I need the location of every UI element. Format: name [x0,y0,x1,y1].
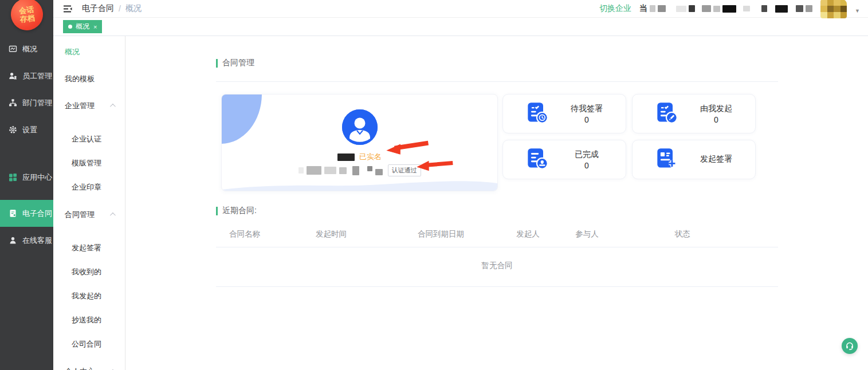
stat-value: 0 [584,115,589,124]
section-divider [216,81,778,82]
sidebar-item-overview[interactable]: 概况 [0,36,53,62]
menu-item-initiate-sign[interactable]: 发起签署 [53,236,125,260]
menu-item-label: 我发起的 [72,291,101,301]
menu-group-personal-center[interactable]: 个人中心 [53,358,125,370]
menu-item-company-contracts[interactable]: 公司合同 [53,332,125,356]
certified-badge: 认证通过 [388,164,421,176]
contract-doc-icon [8,209,17,218]
switch-enterprise-link[interactable]: 切换企业 [599,3,631,14]
section-title-recent-contracts: 近期合同: [216,206,778,216]
doc-edit-icon [655,101,678,127]
section-title-text: 合同管理 [222,58,254,68]
menu-item-label: 抄送我的 [72,315,101,325]
tab-close-icon[interactable]: × [93,23,97,30]
departments-icon [8,99,17,108]
stat-card-completed[interactable]: 已完成 0 [502,140,626,179]
employees-icon [8,72,17,81]
redacted-block [796,5,803,12]
redacted-block [339,167,347,174]
redacted-block [689,5,695,12]
column-header: 发起时间 [272,229,390,239]
user-avatar[interactable] [820,0,847,18]
user-menu-caret-icon[interactable]: ▼ [855,8,860,14]
menu-item-label: 企业认证 [72,134,101,144]
decorative-blue-blob [221,94,262,144]
main-content: 合同管理 [125,36,868,370]
sidebar-item-app-center[interactable]: 应用中心 [0,164,53,191]
section-title-contract-mgmt: 合同管理 [216,58,778,68]
secondary-sidebar: 概况 我的模板 企业管理 企业认证 模版管理 企业印章 合同管理 发起签署 我收… [53,36,125,370]
menu-group-contract-mgmt[interactable]: 合同管理 [53,201,125,228]
menu-item-label: 发起签署 [72,243,101,253]
current-enterprise: 当 [639,3,812,14]
sidebar-item-employees[interactable]: 员工管理 [0,62,53,89]
menu-item-template-mgmt[interactable]: 模版管理 [53,151,125,175]
stat-value: 0 [714,115,718,124]
menu-item-overview[interactable]: 概况 [53,38,125,65]
column-header: 合同名称 [216,229,272,239]
menu-item-my-templates[interactable]: 我的模板 [53,65,125,92]
stat-card-awaiting-my-signature[interactable]: 待我签署 0 [502,94,626,133]
sidebar-item-label: 电子合同 [22,208,52,219]
column-header: 参与人 [564,229,609,239]
menu-item-label: 合同管理 [65,210,95,220]
primary-nav: 概况 员工管理 部门管理 设置 [0,36,53,254]
redacted-block [650,5,655,12]
stat-label: 发起签署 [700,154,732,164]
logo-text-line2: 存档 [19,14,35,24]
redacted-block [676,6,686,12]
sidebar-item-label: 应用中心 [22,172,52,183]
headset-icon [845,341,854,351]
realname-badge: 已实名 [359,152,382,162]
support-person-icon [8,236,17,245]
sidebar-item-e-contract[interactable]: 电子合同 [0,200,53,227]
overview-chart-icon [8,45,17,54]
menu-item-enterprise-seal[interactable]: 企业印章 [53,175,125,199]
tab-bar: 概况 × [53,18,868,36]
breadcrumb-root[interactable]: 电子合同 [82,3,114,14]
menu-group-enterprise-mgmt[interactable]: 企业管理 [53,92,125,119]
stat-label: 由我发起 [700,104,732,114]
menu-item-label: 个人中心 [65,367,95,370]
sidebar-item-label: 员工管理 [22,71,52,81]
menu-item-received[interactable]: 我收到的 [53,260,125,284]
menu-item-cc-to-me[interactable]: 抄送我的 [53,308,125,332]
tab-overview[interactable]: 概况 × [63,20,102,33]
profile-name-row: 已实名 [222,152,497,162]
redacted-block [658,5,666,12]
redacted-block [375,169,383,175]
stat-card-start-signing[interactable]: 发起签署 [632,140,756,179]
profile-company-row: 认证通过 [222,164,497,176]
right-pane: 电子合同 / 概况 切换企业 当 [53,0,868,370]
topbar: 电子合同 / 概况 切换企业 当 [53,0,868,18]
collapse-menu-icon[interactable] [63,5,73,13]
menu-item-label: 概况 [65,47,80,57]
menu-item-label: 公司合同 [72,339,101,349]
stat-label: 已完成 [575,149,599,160]
tab-active-dot [68,25,72,29]
redacted-block [702,5,711,12]
redacted-block [307,166,321,175]
redacted-block [761,5,767,12]
doc-plus-icon [655,147,678,172]
redacted-block [324,167,336,174]
redacted-user-name [337,153,355,161]
customer-support-fab[interactable] [842,338,858,354]
sidebar-item-online-support[interactable]: 在线客服 [0,227,53,254]
stat-card-initiated-by-me[interactable]: 由我发起 0 [632,94,756,133]
menu-item-initiated-by-me[interactable]: 我发起的 [53,284,125,308]
doc-clock-icon [526,101,549,127]
chevron-up-icon [110,212,116,218]
breadcrumb-current: 概况 [125,3,142,14]
column-header: 状态 [610,229,756,239]
menu-item-label: 我的模板 [65,74,95,84]
menu-item-enterprise-auth[interactable]: 企业认证 [53,127,125,151]
sidebar-item-settings[interactable]: 设置 [0,116,53,143]
sidebar-item-departments[interactable]: 部门管理 [0,89,53,116]
menu-item-label: 模版管理 [72,158,101,168]
primary-sidebar: 会话 存档 概况 员工管理 部门管理 [0,0,53,370]
profile-card: 已实名 认证通过 [221,94,498,191]
green-title-bar [216,59,218,68]
app-window: 会话 存档 概况 员工管理 部门管理 [0,0,868,370]
menu-item-label: 企业印章 [72,182,101,192]
